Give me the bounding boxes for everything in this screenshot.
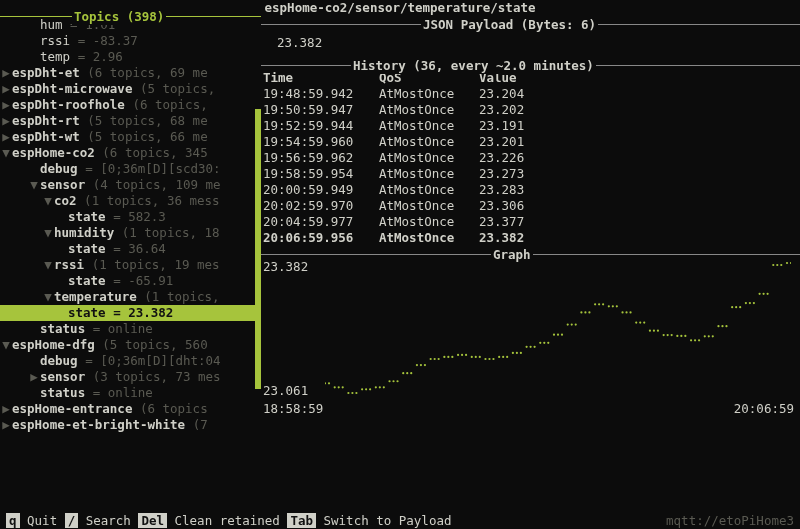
node-name: state xyxy=(68,273,113,288)
node-meta: = online xyxy=(93,321,153,336)
history-row[interactable]: 20:02:59.970AtMostOnce23.306 xyxy=(263,198,800,214)
caret-icon[interactable]: ▶ xyxy=(0,129,12,145)
cell-value: 23.201 xyxy=(479,134,800,150)
tree-row[interactable]: ▶sensor (3 topics, 73 mes xyxy=(0,369,261,385)
svg-point-29 xyxy=(451,356,453,358)
tree-row[interactable]: debug = [0;36m[D][scd30: xyxy=(0,161,261,177)
caret-icon[interactable]: ▼ xyxy=(42,225,54,241)
svg-point-24 xyxy=(430,358,432,360)
tree-row[interactable]: ▼humidity (1 topics, 18 xyxy=(0,225,261,241)
node-name: state xyxy=(68,209,113,224)
tree-row[interactable]: ▶espDht-wt (5 topics, 66 me xyxy=(0,129,261,145)
topic-tree[interactable]: hum = 1.01rssi = -83.37temp = 2.96▶espDh… xyxy=(0,17,261,433)
node-meta: = 582.3 xyxy=(113,209,166,224)
svg-point-6 xyxy=(347,392,349,394)
svg-point-11 xyxy=(369,388,371,390)
caret-icon[interactable]: ▼ xyxy=(28,177,40,193)
tree-row[interactable]: ▼espHome-dfg (5 topics, 560 xyxy=(0,337,261,353)
tree-row[interactable]: state = 36.64 xyxy=(0,241,261,257)
node-name: hum xyxy=(40,17,70,32)
tree-row[interactable]: ▶espHome-entrance (6 topics xyxy=(0,401,261,417)
svg-point-4 xyxy=(338,386,340,388)
history-row[interactable]: 19:52:59.944AtMostOnce23.191 xyxy=(263,118,800,134)
tree-row[interactable]: ▶espDht-microwave (5 topics, xyxy=(0,81,261,97)
tree-row[interactable]: state = 582.3 xyxy=(0,209,261,225)
svg-point-14 xyxy=(383,386,385,388)
svg-point-35 xyxy=(479,356,481,358)
caret-icon[interactable]: ▼ xyxy=(42,257,54,273)
tree-row[interactable]: ▼sensor (4 topics, 109 me xyxy=(0,177,261,193)
tree-row[interactable]: ▶espDht-rt (5 topics, 68 me xyxy=(0,113,261,129)
node-meta: = 2.96 xyxy=(78,49,123,64)
svg-point-16 xyxy=(392,380,394,382)
tree-row[interactable]: temp = 2.96 xyxy=(0,49,261,65)
node-meta: (6 topics xyxy=(140,401,208,416)
tree-row[interactable]: ▼temperature (1 topics, xyxy=(0,289,261,305)
caret-icon[interactable]: ▼ xyxy=(0,145,12,161)
svg-point-42 xyxy=(512,352,514,354)
caret-icon[interactable]: ▶ xyxy=(0,97,12,113)
key-label: Quit xyxy=(20,513,65,528)
tree-row[interactable]: status = online xyxy=(0,321,261,337)
svg-point-55 xyxy=(571,323,573,325)
caret-icon[interactable]: ▶ xyxy=(0,113,12,129)
node-meta: = 36.64 xyxy=(113,241,166,256)
history-row[interactable]: 19:58:59.954AtMostOnce23.273 xyxy=(263,166,800,182)
node-name: debug xyxy=(40,353,85,368)
cell-qos: AtMostOnce xyxy=(379,150,479,166)
caret-icon[interactable]: ▶ xyxy=(28,369,40,385)
cell-qos: AtMostOnce xyxy=(379,198,479,214)
svg-point-80 xyxy=(684,335,686,337)
caret-icon[interactable]: ▶ xyxy=(0,65,12,81)
cell-value: 23.382 xyxy=(479,230,800,246)
node-meta: = [0;36m[D][scd30: xyxy=(85,161,220,176)
tree-row[interactable]: ▶espDht-roofhole (6 topics, xyxy=(0,97,261,113)
tree-row[interactable]: ▶espHome-et-bright-white (7 xyxy=(0,417,261,433)
svg-point-17 xyxy=(396,380,398,382)
svg-point-22 xyxy=(420,364,422,366)
cell-time: 20:00:59.949 xyxy=(263,182,379,198)
caret-icon[interactable]: ▼ xyxy=(42,193,54,209)
history-row[interactable]: 20:06:59.956AtMostOnce23.382 xyxy=(263,230,800,246)
svg-point-9 xyxy=(361,388,363,390)
caret-icon[interactable]: ▶ xyxy=(0,81,12,97)
caret-icon[interactable]: ▼ xyxy=(0,337,12,353)
history-row[interactable]: 19:48:59.942AtMostOnce23.204 xyxy=(263,86,800,102)
history-row[interactable]: 20:04:59.977AtMostOnce23.377 xyxy=(263,214,800,230)
cell-qos: AtMostOnce xyxy=(379,182,479,198)
caret-icon[interactable]: ▼ xyxy=(42,289,54,305)
history-row[interactable]: 19:56:59.962AtMostOnce23.226 xyxy=(263,150,800,166)
caret-icon[interactable]: ▶ xyxy=(0,401,12,417)
tree-row[interactable]: ▼rssi (1 topics, 19 mes xyxy=(0,257,261,273)
tree-row[interactable]: state = -65.91 xyxy=(0,273,261,289)
key-quit[interactable]: q xyxy=(6,513,20,528)
tree-row[interactable]: status = online xyxy=(0,385,261,401)
caret-icon[interactable]: ▶ xyxy=(0,417,12,433)
svg-point-49 xyxy=(543,342,545,344)
svg-point-26 xyxy=(438,358,440,360)
key-clean-retained[interactable]: Del xyxy=(138,513,167,528)
key-switch-to-payload[interactable]: Tab xyxy=(287,513,316,528)
tree-row[interactable]: ▼co2 (1 topics, 36 mess xyxy=(0,193,261,209)
svg-point-69 xyxy=(635,321,637,323)
graph-ymin: 23.061 xyxy=(263,383,308,399)
tree-row[interactable]: ▶espDht-et (6 topics, 69 me xyxy=(0,65,261,81)
tree-row[interactable]: rssi = -83.37 xyxy=(0,33,261,49)
svg-point-102 xyxy=(786,262,788,264)
payload-title: JSON Payload (Bytes: 6) xyxy=(421,17,598,33)
broker-url: mqtt://etoPiHome3 xyxy=(666,513,794,529)
graph-plot xyxy=(325,259,791,399)
history-row[interactable]: 19:50:59.947AtMostOnce23.202 xyxy=(263,102,800,118)
svg-point-13 xyxy=(379,386,381,388)
node-meta: (1 topics, xyxy=(144,289,219,304)
history-row[interactable]: 19:54:59.960AtMostOnce23.201 xyxy=(263,134,800,150)
history-row[interactable]: 20:00:59.949AtMostOnce23.283 xyxy=(263,182,800,198)
svg-point-88 xyxy=(721,325,723,327)
graph-xmin: 18:58:59 xyxy=(263,401,323,417)
cell-value: 23.377 xyxy=(479,214,800,230)
svg-point-33 xyxy=(471,356,473,358)
tree-row[interactable]: debug = [0;36m[D][dht:04 xyxy=(0,353,261,369)
tree-row[interactable]: state = 23.382 xyxy=(0,305,261,321)
key-search[interactable]: / xyxy=(65,513,79,528)
tree-row[interactable]: ▼espHome-co2 (6 topics, 345 xyxy=(0,145,261,161)
